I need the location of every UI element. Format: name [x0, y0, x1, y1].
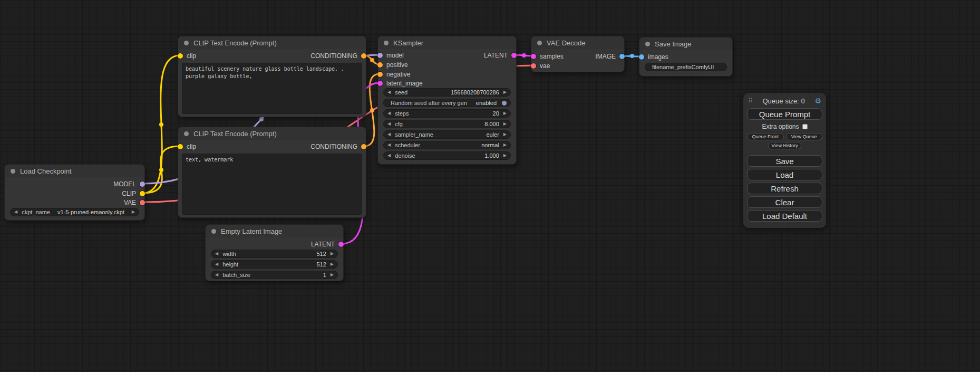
output-model[interactable]: MODEL — [5, 180, 144, 188]
input-positive[interactable]: positive — [378, 61, 516, 69]
view-queue-button[interactable]: View Queue — [786, 133, 823, 140]
increment-arrow-icon[interactable]: ▶ — [331, 271, 334, 279]
input-images[interactable]: images — [639, 53, 732, 61]
output-latent[interactable]: LATENT — [206, 240, 343, 249]
output-clip[interactable]: CLIP — [5, 189, 144, 198]
conditioning-slot-dot[interactable] — [377, 62, 383, 68]
decrement-arrow-icon[interactable]: ◀ — [387, 89, 391, 96]
widget-name: denoise — [395, 152, 415, 159]
node-header[interactable]: KSampler — [378, 36, 516, 49]
node-empty-latent-image[interactable]: Empty Latent Image LATENT ◀ width 512 ▶ … — [205, 224, 344, 281]
clear-button[interactable]: Clear — [747, 196, 822, 208]
output-image[interactable]: IMAGE — [531, 52, 624, 61]
save-button[interactable]: Save — [747, 155, 822, 167]
slot-label: vae — [540, 62, 550, 70]
latent-slot-dot[interactable] — [511, 53, 517, 58]
node-header[interactable]: CLIP Text Encode (Prompt) — [178, 36, 366, 49]
extra-options-checkbox[interactable] — [802, 124, 808, 129]
widget-ckpt-name[interactable]: ◀ ckpt_name v1-5-pruned-emaonly.ckpt ▶ — [10, 208, 139, 216]
prompt-textarea[interactable]: beautiful scenery nature glass bottle la… — [182, 63, 362, 114]
conditioning-slot-dot[interactable] — [361, 53, 366, 59]
widget-cfg[interactable]: ◀ cfg 8.000 ▶ — [383, 120, 511, 128]
increment-arrow-icon[interactable]: ▶ — [503, 89, 507, 96]
drag-handle-icon[interactable]: ⠿ — [748, 97, 753, 104]
collapse-dot[interactable] — [184, 131, 189, 136]
input-latent-image[interactable]: latent_image — [378, 79, 516, 88]
queue-front-button[interactable]: Queue Front — [747, 133, 784, 140]
queue-prompt-button[interactable]: Queue Prompt — [747, 108, 822, 120]
increment-arrow-icon[interactable]: ▶ — [503, 110, 507, 117]
node-header[interactable]: Empty Latent Image — [206, 225, 343, 237]
image-slot-dot[interactable] — [639, 54, 644, 60]
widget-width[interactable]: ◀ width 512 ▶ — [211, 250, 338, 258]
increment-arrow-icon[interactable]: ▶ — [503, 152, 507, 159]
widget-seed[interactable]: ◀ seed 156680208700286 ▶ — [383, 88, 511, 97]
increment-arrow-icon[interactable]: ▶ — [331, 261, 334, 268]
input-negative[interactable]: negative — [378, 70, 516, 79]
node-header[interactable]: Load Checkpoint — [5, 165, 144, 177]
clip-slot-dot[interactable] — [140, 191, 145, 196]
collapse-dot[interactable] — [537, 41, 542, 45]
widget-name: cfg — [395, 121, 403, 127]
toggle-indicator[interactable] — [502, 101, 507, 106]
node-ksampler[interactable]: KSampler model positive negative latent_… — [377, 36, 517, 165]
input-vae[interactable]: vae — [531, 62, 624, 70]
node-canvas[interactable]: Load Checkpoint MODEL CLIP VAE ◀ ckpt_na… — [0, 0, 980, 372]
widget-sampler-name[interactable]: ◀ sampler_name euler ▶ — [383, 130, 511, 139]
collapse-dot[interactable] — [645, 42, 650, 46]
collapse-dot[interactable] — [211, 229, 216, 234]
widget-height[interactable]: ◀ height 512 ▶ — [211, 260, 338, 269]
decrement-arrow-icon[interactable]: ◀ — [387, 141, 391, 149]
settings-gear-icon[interactable]: ⚙ — [814, 97, 821, 105]
output-conditioning[interactable]: CONDITIONING — [178, 52, 366, 60]
load-default-button[interactable]: Load Default — [747, 210, 822, 222]
increment-arrow-icon[interactable]: ▶ — [331, 250, 334, 257]
decrement-arrow-icon[interactable]: ◀ — [14, 208, 17, 216]
node-header[interactable]: VAE Decode — [531, 36, 624, 49]
increment-arrow-icon[interactable]: ▶ — [503, 141, 507, 149]
load-button[interactable]: Load — [747, 169, 822, 180]
node-clip-text-encode-positive[interactable]: CLIP Text Encode (Prompt) clip CONDITION… — [178, 36, 366, 117]
widget-steps[interactable]: ◀ steps 20 ▶ — [383, 109, 511, 118]
widget-filename-prefix[interactable]: filename_prefix ComfyUI — [645, 63, 727, 71]
widget-random-seed[interactable]: Random seed after every gen enabled — [383, 99, 511, 107]
prompt-textarea[interactable]: text, watermark — [182, 154, 362, 215]
latent-slot-dot[interactable] — [338, 242, 344, 247]
node-title: CLIP Text Encode (Prompt) — [193, 130, 277, 138]
decrement-arrow-icon[interactable]: ◀ — [387, 131, 391, 138]
output-latent[interactable]: LATENT — [378, 51, 516, 60]
decrement-arrow-icon[interactable]: ◀ — [387, 152, 391, 159]
node-title: KSampler — [393, 39, 423, 47]
collapse-dot[interactable] — [384, 41, 389, 45]
conditioning-slot-dot[interactable] — [377, 72, 383, 77]
increment-arrow-icon[interactable]: ▶ — [503, 120, 507, 128]
conditioning-slot-dot[interactable] — [361, 144, 366, 149]
vae-slot-dot[interactable] — [140, 200, 145, 205]
node-header[interactable]: CLIP Text Encode (Prompt) — [178, 127, 366, 140]
node-load-checkpoint[interactable]: Load Checkpoint MODEL CLIP VAE ◀ ckpt_na… — [4, 164, 145, 221]
increment-arrow-icon[interactable]: ▶ — [132, 208, 135, 216]
decrement-arrow-icon[interactable]: ◀ — [215, 250, 218, 257]
collapse-dot[interactable] — [11, 169, 15, 174]
vae-slot-dot[interactable] — [531, 63, 536, 69]
collapse-dot[interactable] — [184, 41, 189, 45]
increment-arrow-icon[interactable]: ▶ — [503, 131, 507, 138]
decrement-arrow-icon[interactable]: ◀ — [215, 271, 218, 279]
output-conditioning[interactable]: CONDITIONING — [178, 142, 366, 151]
output-vae[interactable]: VAE — [5, 198, 144, 207]
decrement-arrow-icon[interactable]: ◀ — [215, 261, 218, 268]
image-slot-dot[interactable] — [619, 54, 625, 59]
widget-batch-size[interactable]: ◀ batch_size 1 ▶ — [211, 271, 338, 279]
refresh-button[interactable]: Refresh — [747, 183, 822, 194]
node-vae-decode[interactable]: VAE Decode samples vae IMAGE — [531, 36, 625, 72]
model-slot-dot[interactable] — [140, 182, 145, 187]
decrement-arrow-icon[interactable]: ◀ — [387, 120, 391, 128]
view-history-button[interactable]: View History — [768, 142, 802, 149]
widget-denoise[interactable]: ◀ denoise 1.000 ▶ — [383, 151, 511, 160]
decrement-arrow-icon[interactable]: ◀ — [387, 110, 391, 117]
node-header[interactable]: Save Image — [639, 37, 732, 50]
widget-scheduler[interactable]: ◀ scheduler normal ▶ — [383, 141, 511, 149]
latent-slot-dot[interactable] — [377, 81, 383, 86]
node-save-image[interactable]: Save Image images filename_prefix ComfyU… — [639, 37, 733, 77]
node-clip-text-encode-negative[interactable]: CLIP Text Encode (Prompt) clip CONDITION… — [178, 127, 366, 218]
